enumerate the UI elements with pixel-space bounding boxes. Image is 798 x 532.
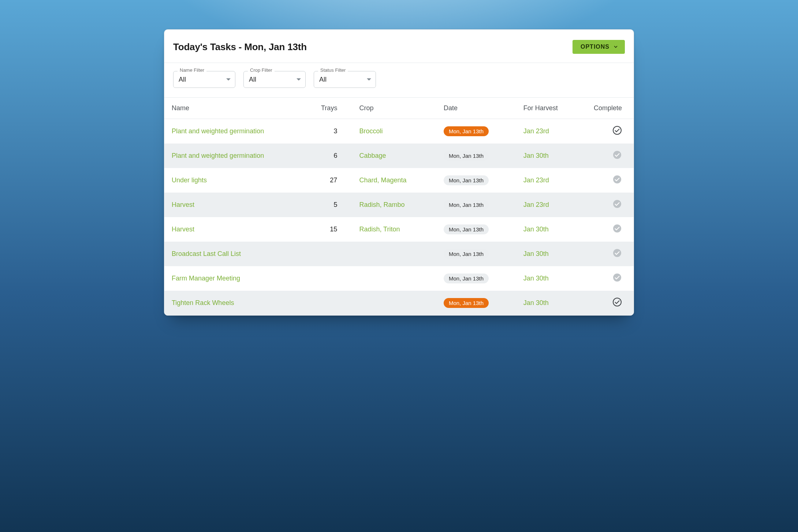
task-harvest-date: Jan 30th <box>516 266 586 291</box>
crop-filter-value: All <box>249 76 256 83</box>
table-row: Harvest15Radish, TritonMon, Jan 13thJan … <box>164 217 634 242</box>
task-date-chip[interactable]: Mon, Jan 13th <box>444 151 489 161</box>
filters-bar: Name Filter All Crop Filter All Status F… <box>164 63 634 98</box>
task-date-chip[interactable]: Mon, Jan 13th <box>444 298 489 308</box>
task-name-link[interactable]: Plant and weighted germination <box>172 127 264 135</box>
page-title: Today's Tasks - Mon, Jan 13th <box>173 41 307 53</box>
task-trays: 6 <box>305 144 352 168</box>
task-name-link[interactable]: Harvest <box>172 226 194 233</box>
task-name-link[interactable]: Broadcast Last Call List <box>172 250 241 257</box>
status-filter-label: Status Filter <box>318 67 348 73</box>
col-header-complete[interactable]: Complete <box>586 98 634 119</box>
table-row: Harvest5Radish, RamboMon, Jan 13thJan 23… <box>164 193 634 217</box>
complete-toggle[interactable] <box>612 273 622 282</box>
task-trays: 3 <box>305 119 352 144</box>
crop-filter: Crop Filter All <box>243 71 306 88</box>
table-header-row: Name Trays Crop Date For Harvest Complet… <box>164 98 634 119</box>
tasks-panel: Today's Tasks - Mon, Jan 13th OPTIONS Na… <box>164 29 634 316</box>
task-harvest-date: Jan 23rd <box>516 168 586 193</box>
name-filter: Name Filter All <box>173 71 235 88</box>
task-date-chip[interactable]: Mon, Jan 13th <box>444 200 489 210</box>
task-crop-link[interactable]: Radish, Rambo <box>359 201 404 208</box>
name-filter-value: All <box>179 76 186 83</box>
task-trays: 15 <box>305 217 352 242</box>
svg-point-6 <box>613 274 621 282</box>
complete-toggle[interactable] <box>612 248 622 258</box>
task-trays <box>305 242 352 266</box>
task-name-link[interactable]: Plant and weighted germination <box>172 152 264 159</box>
complete-toggle[interactable] <box>612 150 622 160</box>
table-row: Plant and weighted germination3BroccoliM… <box>164 119 634 144</box>
task-date-chip[interactable]: Mon, Jan 13th <box>444 274 489 283</box>
task-date-chip[interactable]: Mon, Jan 13th <box>444 126 489 136</box>
options-button-label: OPTIONS <box>581 44 609 50</box>
task-harvest-date: Jan 30th <box>516 217 586 242</box>
table-row: Tighten Rack WheelsMon, Jan 13thJan 30th <box>164 291 634 315</box>
col-header-date[interactable]: Date <box>436 98 516 119</box>
task-name-link[interactable]: Under lights <box>172 176 207 184</box>
dropdown-caret-icon <box>297 78 301 81</box>
task-harvest-date: Jan 30th <box>516 144 586 168</box>
dropdown-caret-icon <box>367 78 371 81</box>
svg-point-4 <box>613 224 621 232</box>
task-name-link[interactable]: Farm Manager Meeting <box>172 275 240 282</box>
complete-toggle[interactable] <box>612 126 622 135</box>
task-date-chip[interactable]: Mon, Jan 13th <box>444 175 489 185</box>
table-row: Under lights27Chard, MagentaMon, Jan 13t… <box>164 168 634 193</box>
task-harvest-date: Jan 30th <box>516 242 586 266</box>
table-row: Farm Manager MeetingMon, Jan 13thJan 30t… <box>164 266 634 291</box>
status-filter: Status Filter All <box>314 71 376 88</box>
task-name-link[interactable]: Harvest <box>172 201 194 208</box>
task-harvest-date: Jan 23rd <box>516 119 586 144</box>
task-harvest-date: Jan 30th <box>516 291 586 315</box>
task-date-chip[interactable]: Mon, Jan 13th <box>444 249 489 259</box>
svg-point-1 <box>613 151 621 159</box>
col-header-name[interactable]: Name <box>164 98 305 119</box>
svg-point-2 <box>613 175 621 183</box>
table-row: Plant and weighted germination6CabbageMo… <box>164 144 634 168</box>
tasks-table: Name Trays Crop Date For Harvest Complet… <box>164 98 634 315</box>
task-trays: 27 <box>305 168 352 193</box>
svg-point-7 <box>613 298 621 306</box>
task-crop-link[interactable]: Cabbage <box>359 152 386 159</box>
task-name-link[interactable]: Tighten Rack Wheels <box>172 299 234 306</box>
task-trays <box>305 291 352 315</box>
task-date-chip[interactable]: Mon, Jan 13th <box>444 224 489 234</box>
chevron-down-icon <box>613 44 618 49</box>
dropdown-caret-icon <box>226 78 231 81</box>
task-crop-link[interactable]: Chard, Magenta <box>359 176 406 184</box>
options-button[interactable]: OPTIONS <box>573 40 625 54</box>
svg-point-0 <box>613 126 621 134</box>
complete-toggle[interactable] <box>612 297 622 307</box>
col-header-harvest[interactable]: For Harvest <box>516 98 586 119</box>
task-crop-link[interactable]: Broccoli <box>359 127 383 135</box>
panel-header: Today's Tasks - Mon, Jan 13th OPTIONS <box>164 30 634 63</box>
svg-point-3 <box>613 200 621 208</box>
table-row: Broadcast Last Call ListMon, Jan 13thJan… <box>164 242 634 266</box>
name-filter-label: Name Filter <box>178 67 206 73</box>
crop-filter-label: Crop Filter <box>248 67 275 73</box>
complete-toggle[interactable] <box>612 175 622 184</box>
crop-filter-select[interactable]: All <box>243 71 306 88</box>
status-filter-select[interactable]: All <box>314 71 376 88</box>
task-trays <box>305 266 352 291</box>
col-header-trays[interactable]: Trays <box>305 98 352 119</box>
col-header-crop[interactable]: Crop <box>352 98 436 119</box>
complete-toggle[interactable] <box>612 199 622 209</box>
complete-toggle[interactable] <box>612 224 622 233</box>
name-filter-select[interactable]: All <box>173 71 235 88</box>
task-crop-link[interactable]: Radish, Triton <box>359 226 400 233</box>
status-filter-value: All <box>319 76 327 83</box>
task-harvest-date: Jan 23rd <box>516 193 586 217</box>
task-trays: 5 <box>305 193 352 217</box>
svg-point-5 <box>613 249 621 257</box>
